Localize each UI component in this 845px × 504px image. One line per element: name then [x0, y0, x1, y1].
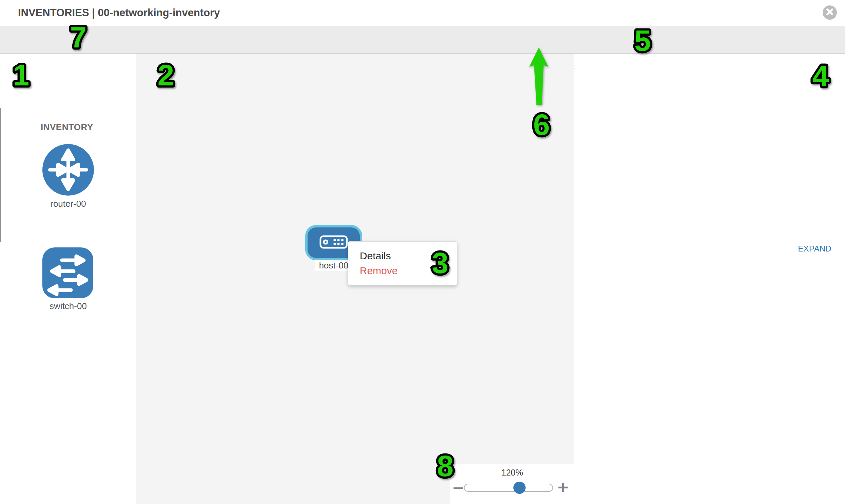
- server-icon: [319, 235, 348, 250]
- zoom-level-label: 120%: [450, 468, 575, 478]
- host-node-label: host-00: [315, 259, 352, 271]
- menu-item-remove[interactable]: Remove: [360, 265, 457, 276]
- palette-item-label: switch-00: [38, 301, 98, 311]
- palette-item-switch[interactable]: [42, 248, 93, 298]
- router-icon: [42, 191, 94, 197]
- zoom-out-button[interactable]: −: [452, 481, 464, 494]
- palette-item-label: router-00: [38, 199, 98, 209]
- header-bar: INVENTORIES | 00-networking-inventory: [0, 0, 845, 26]
- zoom-in-button[interactable]: +: [557, 480, 569, 494]
- page-title: INVENTORIES | 00-networking-inventory: [18, 7, 220, 19]
- details-panel: DETAILS * HOST NAME ? DESCRIPTION VARIAB…: [575, 54, 845, 504]
- close-icon: [826, 8, 833, 17]
- zoom-slider-thumb[interactable]: [513, 482, 526, 494]
- expand-link[interactable]: EXPAND: [798, 244, 831, 253]
- zoom-slider-track[interactable]: [464, 484, 553, 492]
- inventory-title: INVENTORY: [41, 122, 93, 132]
- context-menu: Details Remove: [348, 241, 457, 285]
- close-button[interactable]: [823, 5, 837, 20]
- sidebar-scrollbar[interactable]: [0, 108, 1, 242]
- switch-icon: [42, 293, 93, 299]
- toolbar: ACTIONS ▾ SEARCH ▾: [0, 26, 845, 54]
- palette-item-router[interactable]: [42, 144, 94, 196]
- inventory-sidebar: INVENTORY router-00: [0, 54, 136, 504]
- menu-item-details[interactable]: Details: [360, 250, 457, 262]
